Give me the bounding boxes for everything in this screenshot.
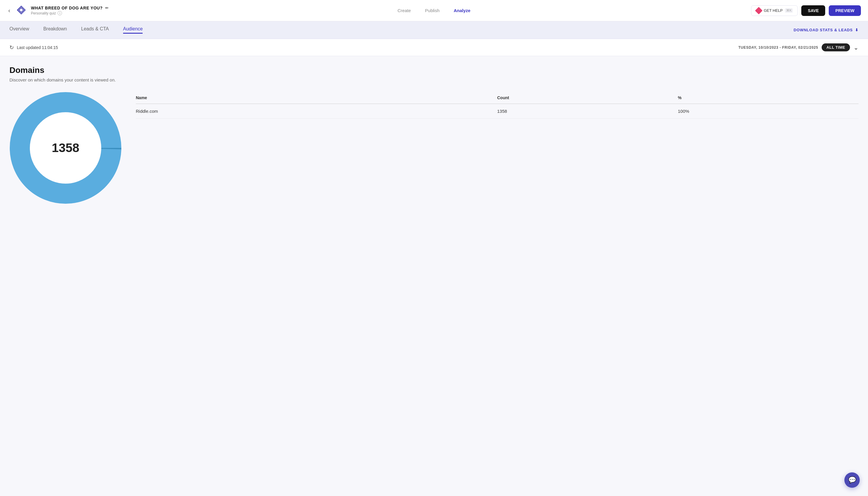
sub-nav: Overview Breakdown Leads & CTA Audience … (0, 21, 868, 39)
tab-leads-cta[interactable]: Leads & CTA (81, 26, 109, 34)
header-actions: GET HELP ⌘K SAVE PREVIEW (751, 5, 861, 16)
download-stats-button[interactable]: DOWNLOAD STATS & LEADS ⬇ (794, 28, 858, 32)
col-percent: % (678, 95, 858, 100)
quiz-title: WHAT BREED OF DOG ARE YOU? ✏ (31, 5, 109, 10)
donut-chart: 1358 (10, 92, 122, 204)
download-icon: ⬇ (855, 28, 858, 32)
date-range-text: TUESDAY, 10/10/2023 - FRIDAY, 02/21/2025 (739, 45, 818, 50)
all-time-badge: ALL TIME (822, 43, 850, 51)
row-name: Riddle.com (136, 109, 497, 114)
col-name: Name (136, 95, 497, 100)
nav-analyze[interactable]: Analyze (454, 7, 470, 14)
save-button[interactable]: SAVE (801, 5, 825, 16)
tab-audience[interactable]: Audience (123, 26, 143, 34)
table-header: Name Count % (136, 92, 858, 104)
domains-title: Domains (10, 65, 858, 75)
last-updated-text: Last updated 11:04:15 (17, 45, 58, 50)
date-range-block: TUESDAY, 10/10/2023 - FRIDAY, 02/21/2025… (739, 43, 858, 51)
title-block: WHAT BREED OF DOG ARE YOU? ✏ Personality… (31, 5, 109, 15)
domains-layout: 1358 Name Count % Riddle.com 1358 100% (10, 92, 858, 204)
chevron-down-icon[interactable]: ⌄ (854, 44, 858, 51)
back-button[interactable]: ‹ (7, 6, 12, 15)
row-percent: 100% (678, 109, 858, 114)
status-bar: ↻ Last updated 11:04:15 TUESDAY, 10/10/2… (0, 39, 868, 56)
refresh-icon[interactable]: ↻ (10, 44, 14, 51)
donut-center: 1358 (52, 141, 79, 155)
quiz-subtitle: Personality quiz i (31, 11, 109, 15)
get-help-button[interactable]: GET HELP ⌘K (751, 5, 798, 16)
tab-overview[interactable]: Overview (10, 26, 29, 34)
logo-icon (15, 4, 28, 17)
domains-table: Name Count % Riddle.com 1358 100% (136, 92, 858, 119)
col-count: Count (497, 95, 678, 100)
info-icon[interactable]: i (58, 11, 62, 15)
header-left: ‹ WHAT BREED OF DOG ARE YOU? ✏ Personali… (7, 4, 109, 17)
header: ‹ WHAT BREED OF DOG ARE YOU? ✏ Personali… (0, 0, 868, 21)
domains-subtitle: Discover on which domains your content i… (10, 77, 858, 82)
tab-breakdown[interactable]: Breakdown (43, 26, 67, 34)
header-nav: Create Publish Analyze (398, 7, 470, 14)
nav-create[interactable]: Create (398, 7, 411, 14)
donut-number: 1358 (52, 141, 79, 155)
keyboard-shortcut: ⌘K (785, 8, 793, 13)
table-row: Riddle.com 1358 100% (136, 104, 858, 119)
edit-icon[interactable]: ✏ (105, 5, 109, 10)
main-content: Domains Discover on which domains your c… (0, 56, 868, 214)
preview-button[interactable]: PREVIEW (829, 5, 861, 16)
sub-nav-items: Overview Breakdown Leads & CTA Audience (10, 26, 143, 34)
diamond-icon (755, 7, 762, 14)
row-count: 1358 (497, 109, 678, 114)
nav-publish[interactable]: Publish (425, 7, 439, 14)
